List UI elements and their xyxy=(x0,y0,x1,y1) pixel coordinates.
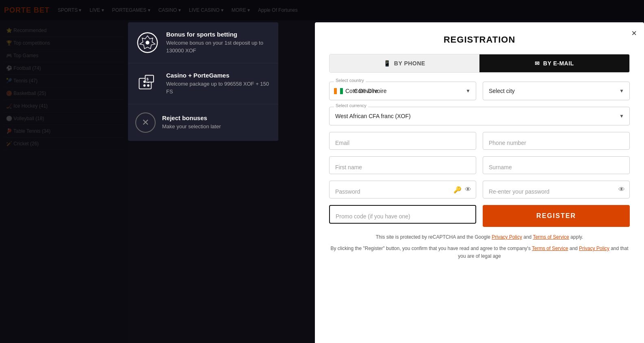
bonus-reject-item[interactable]: ✕ Reject bonuses Make your selection lat… xyxy=(128,104,278,141)
surname-group xyxy=(483,156,630,174)
currency-select[interactable]: West African CFA franc (XOF) xyxy=(329,107,630,125)
footer1-apply: apply. xyxy=(570,234,583,240)
promo-input[interactable] xyxy=(329,205,476,224)
reject-bonus-desc: Make your selection later xyxy=(162,123,271,130)
bonus-sports-item[interactable]: Bonus for sports betting Welcome bonus o… xyxy=(128,22,278,63)
reject-bonus-text: Reject bonuses Make your selection later xyxy=(162,114,271,130)
svg-point-6 xyxy=(143,84,146,87)
surname-input[interactable] xyxy=(483,156,630,174)
repassword-eye-icon[interactable]: 👁 xyxy=(618,186,625,193)
register-button[interactable]: REGISTER xyxy=(483,205,630,227)
footer1-and: and xyxy=(523,234,531,240)
repassword-icons: 👁 xyxy=(618,186,625,193)
repassword-input[interactable] xyxy=(483,181,630,198)
tos-link1[interactable]: Terms of Service xyxy=(533,234,569,240)
country-city-row: Select country Cote D'Ivoire Cote D'Ivoi… xyxy=(329,82,630,100)
tab-by-phone[interactable]: 📱 BY PHONE xyxy=(330,54,479,72)
firstname-input[interactable] xyxy=(329,156,476,174)
password-icons: 🔑 👁 xyxy=(453,186,471,194)
key-icon: 🔑 xyxy=(453,186,462,194)
close-button[interactable]: × xyxy=(631,28,637,39)
tos-link2[interactable]: Terms of Service xyxy=(532,246,568,251)
phone-group xyxy=(483,132,630,150)
repassword-group: 👁 xyxy=(483,181,630,198)
reject-bonus-title: Reject bonuses xyxy=(162,114,271,121)
svg-point-2 xyxy=(145,41,149,44)
reject-icon: ✕ xyxy=(135,112,156,133)
register-group: REGISTER xyxy=(483,205,630,227)
email-icon: ✉ xyxy=(535,60,540,67)
email-phone-row xyxy=(329,132,630,150)
city-select[interactable]: Select city xyxy=(483,82,630,100)
email-group xyxy=(329,132,476,150)
sports-bonus-desc: Welcome bonus on your 1st deposit up to … xyxy=(166,39,271,54)
privacy-policy-link1[interactable]: Privacy Policy xyxy=(492,234,522,240)
registration-title: REGISTRATION xyxy=(329,35,630,45)
phone-input[interactable] xyxy=(483,132,630,150)
tab-by-email[interactable]: ✉ BY E-MAIL xyxy=(479,54,629,72)
password-row: 🔑 👁 👁 xyxy=(329,181,630,198)
eye-icon[interactable]: 👁 xyxy=(465,186,471,194)
country-group: Select country Cote D'Ivoire Cote D'Ivoi… xyxy=(329,82,476,100)
sports-bonus-text: Bonus for sports betting Welcome bonus o… xyxy=(166,31,271,54)
footer1-text: This site is protected by reCAPTCHA and … xyxy=(376,234,490,240)
casino-bonus-icon: $ xyxy=(135,71,160,96)
country-select[interactable]: Cote D'Ivoire xyxy=(329,82,476,100)
promo-register-row: REGISTER xyxy=(329,205,630,227)
currency-group: Select currency West African CFA franc (… xyxy=(329,107,630,125)
footer2-pre: By clicking the "Register" button, you c… xyxy=(330,246,530,251)
registration-modal: × REGISTRATION 📱 BY PHONE ✉ BY E-MAIL Se… xyxy=(315,22,644,343)
sports-bonus-title: Bonus for sports betting xyxy=(166,31,271,38)
promo-group xyxy=(329,205,476,227)
tab-email-label: BY E-MAIL xyxy=(543,60,574,67)
phone-icon: 📱 xyxy=(384,60,391,67)
country-label: Select country xyxy=(334,78,366,83)
privacy-policy-link2[interactable]: Privacy Policy xyxy=(579,246,609,251)
footer-recaptcha: This site is protected by reCAPTCHA and … xyxy=(329,233,630,241)
currency-row: Select currency West African CFA franc (… xyxy=(329,107,630,125)
tab-phone-label: BY PHONE xyxy=(394,60,425,67)
svg-point-7 xyxy=(147,84,150,87)
footer2-and: and xyxy=(570,246,578,251)
casino-bonus-desc: Welcome package up to 996558 XOF + 150 F… xyxy=(166,80,271,95)
firstname-group xyxy=(329,156,476,174)
name-row xyxy=(329,156,630,174)
currency-label: Select currency xyxy=(334,103,368,108)
soccer-bonus-icon xyxy=(135,30,160,55)
casino-bonus-title: Casino + PorteGames xyxy=(166,72,271,79)
modal-backdrop: Bonus for sports betting Welcome bonus o… xyxy=(0,0,644,343)
svg-text:$: $ xyxy=(146,77,149,81)
footer-agreement: By clicking the "Register" button, you c… xyxy=(329,245,630,260)
casino-bonus-text: Casino + PorteGames Welcome package up t… xyxy=(166,72,271,95)
bonus-casino-item[interactable]: $ Casino + PorteGames Welcome package up… xyxy=(128,63,278,104)
bonus-panel: Bonus for sports betting Welcome bonus o… xyxy=(128,22,278,141)
city-group: Select city ▼ xyxy=(483,82,630,100)
password-group: 🔑 👁 xyxy=(329,181,476,198)
email-input[interactable] xyxy=(329,132,476,150)
registration-tabs: 📱 BY PHONE ✉ BY E-MAIL xyxy=(329,54,630,73)
